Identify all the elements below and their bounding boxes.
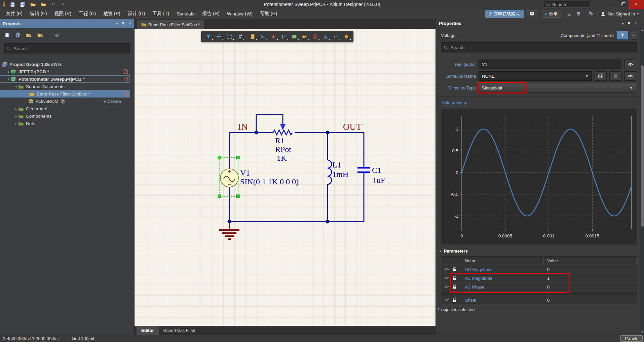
share-button[interactable]: ↗分享	[541, 10, 561, 18]
ground-symbol[interactable]	[219, 222, 239, 239]
open-project-icon[interactable]	[41, 2, 46, 7]
stimulus-name-select[interactable]: NONE▼	[479, 71, 592, 81]
unlock-icon[interactable]	[452, 275, 456, 281]
text-tool-icon[interactable]: A	[320, 32, 331, 41]
unlock-icon[interactable]	[452, 267, 456, 273]
unlock-icon[interactable]	[452, 297, 456, 303]
expander-icon[interactable]: ▾	[14, 85, 18, 88]
sign-in-menu[interactable]: Not Signed In▾	[601, 11, 639, 16]
inductor-l1[interactable]	[328, 160, 332, 184]
tree-item-activebom[interactable]: ActiveBOM?+ Create	[0, 98, 130, 105]
redo-icon[interactable]: ↷	[60, 1, 65, 7]
c1-value[interactable]: 1uF	[373, 176, 385, 185]
tree-item-components[interactable]: ▸Components	[0, 112, 130, 120]
arc-tool-icon[interactable]	[331, 32, 341, 41]
parameter-value[interactable]: 0	[544, 298, 637, 303]
parameter-row-offset[interactable]: Offset0	[441, 296, 637, 305]
menu-item-6[interactable]: 工具 (T)	[149, 9, 173, 18]
expander-icon[interactable]: ▸	[14, 114, 18, 118]
tree-item-potentiometer-sweep-prjpcb[interactable]: ▾Potentiometer Sweep.PrjPCB *	[0, 75, 130, 83]
junction-tool-icon[interactable]	[341, 32, 351, 41]
home-icon[interactable]: ⌂	[567, 11, 572, 17]
explore-folder-icon[interactable]	[26, 33, 32, 39]
create-bom-link[interactable]: + Create	[104, 99, 121, 104]
eye-off-icon[interactable]	[444, 298, 449, 303]
object-filter-button[interactable]	[616, 31, 629, 40]
expander-icon[interactable]: ▸	[14, 107, 18, 111]
add-stimulus-button[interactable]	[595, 71, 607, 81]
r1-value[interactable]: 1K	[277, 154, 287, 162]
tree-item-jfet-prjpcb[interactable]: ▸JFET.PrjPCB *	[0, 68, 130, 75]
menu-item-7[interactable]: Simulate	[173, 10, 198, 18]
scrollbar-thumb[interactable]	[641, 65, 644, 227]
voltage-source-v1[interactable]	[220, 169, 238, 187]
compile-icon[interactable]	[15, 32, 21, 39]
menu-item-3[interactable]: 工程 (C)	[75, 9, 100, 18]
settings-gear-icon[interactable]: ⚙	[575, 11, 582, 17]
stimulus-type-select[interactable]: Sinusoidal▼	[479, 83, 636, 92]
cross-cursor-tool-icon[interactable]	[214, 32, 224, 41]
tree-item-generated[interactable]: ▸Generated	[0, 105, 130, 112]
buy-online-button[interactable]: ∂立即在线购买	[485, 10, 524, 18]
gnd-tool-icon[interactable]	[268, 32, 278, 41]
expander-icon[interactable]: ▸	[7, 70, 11, 74]
parameters-section-header[interactable]: ▲ Parameters	[439, 249, 640, 254]
parameter-row-ac-magnitude[interactable]: AC Magnitude1	[441, 274, 637, 283]
panel-menu-icon[interactable]: ▾	[622, 22, 623, 25]
net-label-in[interactable]: IN	[238, 122, 248, 132]
open-icon[interactable]	[30, 2, 36, 7]
no-edit-icon[interactable]: ✎/	[588, 11, 595, 17]
menu-item-8[interactable]: 报告 (R)	[198, 9, 223, 18]
expander-icon[interactable]: ▸	[14, 122, 18, 125]
stimulus-visibility-button[interactable]	[624, 71, 636, 81]
menu-item-0[interactable]: 文件 (F)	[2, 9, 26, 18]
close-panel-icon[interactable]: ×	[129, 21, 131, 26]
r1-type[interactable]: RPot	[275, 145, 291, 154]
save-all-icon[interactable]	[20, 2, 26, 7]
tree-item-nets[interactable]: ▸Nets	[0, 120, 130, 127]
eye-off-icon[interactable]	[444, 276, 449, 281]
v1-value[interactable]: SIN(0 1 1K 0 0 0)	[240, 177, 299, 186]
minimize-button[interactable]: ―	[604, 0, 616, 9]
parameter-value[interactable]: 0	[544, 267, 637, 272]
tree-item-band-pass-filter-schdoc[interactable]: Band-Pass Filter.SchDoc *	[0, 90, 130, 98]
panel-menu-icon[interactable]: ▾	[116, 22, 118, 25]
parameter-row-ac-phase[interactable]: AC Phase0	[441, 283, 637, 292]
pin-icon[interactable]	[122, 22, 125, 26]
hide-preview-link[interactable]: Hide preview	[442, 100, 467, 106]
eye-off-icon[interactable]	[444, 284, 449, 290]
unlock-icon[interactable]	[452, 284, 456, 290]
probe-tool-icon[interactable]	[278, 32, 289, 41]
parameter-value[interactable]: 1	[544, 276, 637, 281]
projects-settings-gear-icon[interactable]: ⚙	[54, 32, 59, 39]
l1-designator[interactable]: L1	[332, 160, 341, 169]
scroll-down-icon[interactable]: ▼	[640, 331, 644, 335]
save-project-icon[interactable]	[5, 33, 10, 39]
net-label-out[interactable]: OUT	[343, 122, 362, 132]
no-erc-tool-icon[interactable]	[310, 32, 320, 41]
pin-icon[interactable]	[628, 22, 631, 26]
global-search-input[interactable]: Search	[544, 1, 591, 8]
scroll-up-icon[interactable]: ▲	[640, 28, 644, 32]
l1-value[interactable]: 1mH	[332, 170, 348, 179]
menu-item-5[interactable]: 设计 (D)	[124, 9, 149, 18]
expander-icon[interactable]: ▾	[7, 77, 11, 81]
filter-tool-icon[interactable]	[203, 32, 214, 41]
eye-off-icon[interactable]	[444, 267, 449, 272]
feedback-button[interactable]	[527, 10, 538, 17]
capacitor-c1[interactable]	[357, 168, 370, 172]
menu-item-9[interactable]: Window (W)	[223, 10, 256, 18]
close-panel-icon[interactable]: ×	[635, 21, 637, 26]
wire-tool-icon[interactable]	[258, 32, 268, 41]
project-options-folder-icon[interactable]	[37, 33, 43, 39]
port-tool-icon[interactable]: D1	[299, 32, 310, 41]
schematic-canvas[interactable]: D1A	[135, 29, 435, 326]
tree-item-project-group-1-dsnwrk[interactable]: Project Group 1.DsnWrk	[0, 61, 130, 68]
align-tool-icon[interactable]	[234, 32, 245, 41]
properties-scrollbar[interactable]: ▲ ▼	[640, 28, 644, 335]
panels-button[interactable]: Panels	[620, 335, 643, 342]
menu-item-2[interactable]: 视图 (V)	[50, 9, 75, 18]
properties-search-input[interactable]: Search	[441, 42, 637, 52]
delete-stimulus-button[interactable]	[609, 71, 621, 81]
undo-icon[interactable]: ↶	[51, 1, 55, 7]
